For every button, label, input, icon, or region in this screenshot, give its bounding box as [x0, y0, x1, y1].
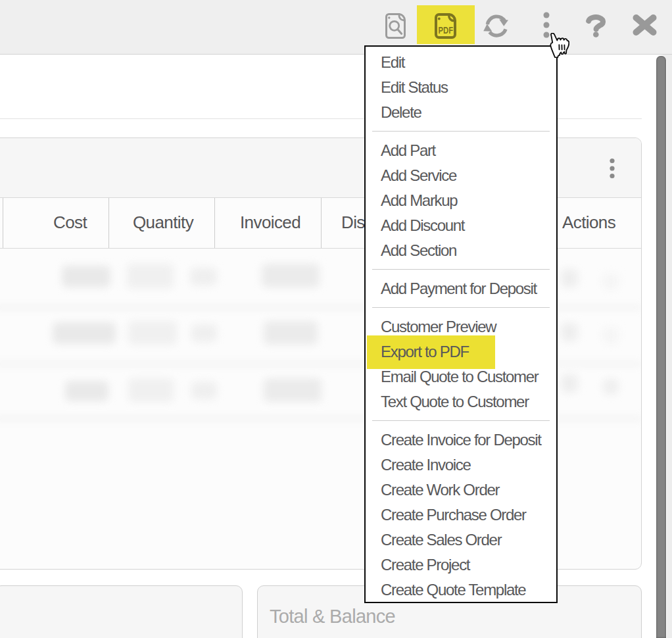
svg-text:PDF: PDF [439, 24, 454, 36]
